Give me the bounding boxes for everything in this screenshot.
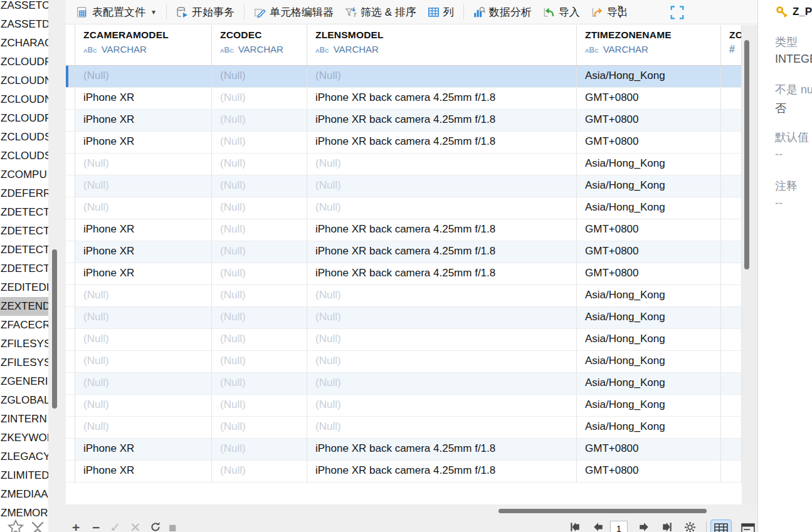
sidebar-item-zgeneri[interactable]: ZGENERI [0,372,48,391]
grid-cell[interactable]: iPhone XR back camera 4.25mm f/1.8 [307,439,577,461]
row-header-cell[interactable] [66,132,75,154]
grid-cell[interactable]: Asia/Hong_Kong [577,175,721,197]
row-header-cell[interactable] [66,461,75,482]
grid-cell[interactable]: iPhone XR back camera 4.25mm f/1.8 [307,88,577,110]
grid-cell[interactable]: (Null) [75,395,212,417]
grid-cell[interactable]: (Null) [75,417,212,439]
first-page-button[interactable] [569,521,581,532]
maximize-panel-button[interactable] [670,5,685,23]
grid-cell[interactable]: iPhone XR back camera 4.25mm f/1.8 [307,110,577,132]
sidebar-item-zfacecr[interactable]: ZFACECR [0,316,48,335]
grid-vscrollbar-thumb[interactable] [744,40,749,269]
grid-cell[interactable]: iPhone XR back camera 4.25mm f/1.8 [307,132,577,154]
grid-cell[interactable]: (Null) [212,351,307,373]
grid-cell[interactable]: iPhone XR back camera 4.25mm f/1.8 [307,219,577,241]
grid-cell[interactable] [721,154,742,175]
next-page-button[interactable] [638,521,650,532]
reject-changes-button[interactable]: ✕ [130,521,141,532]
import-button[interactable]: 导入 [537,2,586,22]
sidebar-item-zdetecti[interactable]: ZDETECTI [0,203,48,222]
sidebar-item-zassetc[interactable]: ZASSETC [0,0,48,15]
column-header-zc[interactable]: ZC# [721,25,742,65]
grid-cell[interactable]: (Null) [307,373,577,395]
grid-cell[interactable]: (Null) [307,285,577,307]
grid-cell[interactable]: (Null) [212,417,307,439]
grid-cell[interactable]: (Null) [307,395,577,417]
grid-cell[interactable]: iPhone XR [75,110,212,132]
column-header-zlensmodel[interactable]: ZLENSMODELABCVARCHAR [307,25,577,65]
row-header-cell[interactable] [66,395,75,417]
sidebar-item-zassetd[interactable]: ZASSETD [0,15,48,34]
grid-cell[interactable]: (Null) [75,307,212,329]
sidebar-item-zclouds[interactable]: ZCLOUDS [0,147,48,165]
grid-cell[interactable]: (Null) [307,329,577,351]
sidebar-item-zdetecti[interactable]: ZDETECTI [0,259,48,278]
row-header-cell[interactable] [66,285,75,307]
grid-cell[interactable]: GMT+0800 [577,88,721,110]
grid-cell[interactable]: (Null) [212,66,307,88]
grid-cell[interactable]: iPhone XR [75,219,212,241]
row-header-cell[interactable] [66,197,75,219]
grid-cell[interactable] [721,329,742,351]
grid-cell[interactable] [721,175,742,197]
sidebar-item-zfilesys[interactable]: ZFILESYS [0,353,48,372]
grid-cell[interactable]: (Null) [212,241,307,263]
grid-cell[interactable]: (Null) [212,219,307,241]
sidebar-scrollbar-track[interactable] [48,0,66,532]
grid-cell[interactable]: Asia/Hong_Kong [577,197,721,219]
row-header-cell[interactable] [66,66,75,88]
grid-cell[interactable]: (Null) [212,154,307,175]
grid-cell[interactable] [721,110,742,132]
sidebar-item-zcharac[interactable]: ZCHARAC [0,34,48,53]
grid-cell[interactable]: Asia/Hong_Kong [577,351,721,373]
grid-cell[interactable]: iPhone XR [75,88,212,110]
row-header-cell[interactable] [66,439,75,461]
grid-cell[interactable] [721,417,742,439]
sidebar-item-zglobal[interactable]: ZGLOBAL [0,391,48,410]
add-row-button[interactable]: + [72,521,80,532]
sidebar-item-zlimited[interactable]: ZLIMITED [0,466,48,485]
grid-cell[interactable] [721,197,742,219]
sidebar-item-zcompu[interactable]: ZCOMPU [0,165,48,184]
stop-button[interactable]: ■ [169,521,177,532]
row-header-cell[interactable] [66,351,75,373]
grid-cell[interactable]: GMT+0800 [577,461,721,482]
columns-button[interactable]: 列 [422,2,460,22]
sidebar-item-zmediaa[interactable]: ZMEDIAA [0,485,48,504]
grid-cell[interactable]: (Null) [212,263,307,285]
grid-cell[interactable]: Asia/Hong_Kong [577,329,721,351]
grid-cell[interactable]: GMT+0800 [577,132,721,154]
grid-cell[interactable]: (Null) [307,66,577,88]
grid-cell[interactable]: (Null) [212,307,307,329]
sidebar-item-zcloudn[interactable]: ZCLOUDN [0,71,48,90]
grid-cell[interactable]: GMT+0800 [577,263,721,285]
grid-cell[interactable] [721,351,742,373]
grid-cell[interactable] [721,307,742,329]
refresh-button[interactable] [150,521,161,532]
grid-cell[interactable]: (Null) [75,175,212,197]
sidebar-item-zcloudf[interactable]: ZCLOUDF [0,53,48,71]
grid-cell[interactable]: (Null) [307,351,577,373]
sidebar-item-zcloudf[interactable]: ZCLOUDF [0,109,48,128]
grid-cell[interactable]: GMT+0800 [577,439,721,461]
grid-cell[interactable]: (Null) [212,439,307,461]
grid-cell[interactable]: iPhone XR [75,132,212,154]
sidebar-item-zdetecti[interactable]: ZDETECTI [0,222,48,241]
grid-cell[interactable]: iPhone XR back camera 4.25mm f/1.8 [307,241,577,263]
grid-cell[interactable]: (Null) [212,329,307,351]
delete-row-button[interactable]: − [92,521,100,532]
row-header-cell[interactable] [66,307,75,329]
grid-cell[interactable] [721,461,742,482]
grid-cell[interactable]: GMT+0800 [577,241,721,263]
grid-cell[interactable]: Asia/Hong_Kong [577,307,721,329]
grid-corner-cell[interactable] [66,25,75,65]
grid-cell[interactable]: (Null) [75,154,212,175]
grid-cell[interactable]: iPhone XR [75,241,212,263]
grid-cell[interactable] [721,285,742,307]
grid-cell[interactable]: iPhone XR [75,439,212,461]
grid-cell[interactable]: (Null) [75,351,212,373]
column-header-zcameramodel[interactable]: ZCAMERAMODELABCVARCHAR [75,25,212,65]
column-header-zcodec[interactable]: ZCODECABCVARCHAR [212,25,307,65]
grid-cell[interactable]: Asia/Hong_Kong [577,66,721,88]
sidebar-item-zfilesys[interactable]: ZFILESYS [0,335,48,353]
